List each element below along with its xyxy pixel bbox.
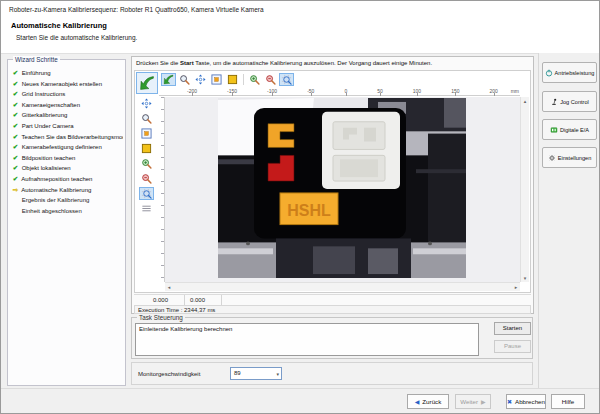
calibration-wizard-window: Roboter-zu-Kamera Kalibriersequenz: Robo… <box>0 0 600 414</box>
wizard-step-item[interactable]: ⇨ Automatische Kalibrierung <box>11 185 123 196</box>
task-group-title: Task Steuerung <box>137 314 185 321</box>
step-label: Automatische Kalibrierung <box>21 187 91 193</box>
roi-frame-tool-button[interactable] <box>139 127 154 140</box>
ruler-tick-label: -150 <box>227 87 237 95</box>
zoom-fit-tool-button[interactable] <box>279 73 294 86</box>
jog-control-button[interactable]: Jog Control <box>542 91 597 112</box>
digital-io-button[interactable]: Digitale E/A <box>542 119 597 140</box>
magnifier-tool-button[interactable] <box>177 73 192 86</box>
hshl-label: HSHL <box>287 202 331 219</box>
move-crosshair-icon <box>195 74 206 85</box>
move-crosshair-icon <box>141 98 152 109</box>
cancel-x-icon: ✖ <box>507 398 512 405</box>
instruction-suffix: Taste, um die automatische Kalibrierung … <box>194 60 432 66</box>
fill-square-icon <box>227 74 238 85</box>
wizard-step-item[interactable]: ✔ Bildposition teachen <box>11 153 123 164</box>
page-title: Automatische Kalibrierung <box>11 21 107 30</box>
select-tool-corner-button[interactable] <box>136 72 158 94</box>
ruler-tick-label: -200 <box>187 87 197 95</box>
start-button[interactable]: Starten <box>494 322 531 335</box>
ruler-tick-label: 50 <box>377 87 383 95</box>
wizard-step-item[interactable]: ✔ Kameraeigenschaften <box>11 100 123 111</box>
wizard-step-item[interactable]: ✔ Grid Instructions <box>11 89 123 100</box>
magnifier-tool-button[interactable] <box>139 112 154 125</box>
header: Roboter-zu-Kamera Kalibriersequenz: Robo… <box>1 1 599 54</box>
fill-square-tool-button[interactable] <box>225 73 240 86</box>
monitor-speed-dropdown[interactable]: 89 ▾ <box>230 367 282 380</box>
wizard-step-item[interactable]: ✔ Einführung <box>11 68 123 79</box>
scroll-right-icon[interactable]: ▸ <box>512 283 520 291</box>
power-icon <box>545 69 553 77</box>
scroll-left-icon[interactable]: ◂ <box>165 283 173 291</box>
wizard-step-item[interactable]: ✔ Neues Kameraobjekt erstellen <box>11 79 123 90</box>
ruler-tick-label: -50 <box>307 87 314 95</box>
jog-control-label: Jog Control <box>560 99 589 105</box>
zoom-in-icon <box>141 158 152 169</box>
zoom-out-tool-button[interactable] <box>263 73 278 86</box>
wizard-step-item[interactable]: ✔ Teachen Sie das Bildverarbeitungsmodel… <box>11 132 123 143</box>
step-status-icon: ✔ <box>11 110 20 121</box>
wizard-step-item[interactable]: Einheit abgeschlossen <box>11 206 123 217</box>
roi-frame-tool-button[interactable] <box>209 73 224 86</box>
scroll-up-icon[interactable]: ▴ <box>521 97 529 105</box>
zoom-fit-icon <box>141 188 152 199</box>
ruler-lines-tool-button[interactable] <box>139 202 154 215</box>
monitor-speed-value: 89 <box>234 370 241 376</box>
ruler-tick-label: 200 <box>490 87 498 95</box>
drive-power-button[interactable]: Antriebsleistung <box>542 62 597 83</box>
step-label: Kameraeigenschaften <box>22 102 80 108</box>
ruler-tick-label: 0 <box>344 87 347 95</box>
step-label: Kamerabefestigung definieren <box>22 144 102 150</box>
camera-viewer: -200-150-100-50050100150200mm <box>134 70 531 293</box>
ruler-top: -200-150-100-50050100150200mm <box>159 87 520 96</box>
roi-frame-icon <box>211 74 222 85</box>
step-status-icon: ✔ <box>11 163 20 174</box>
vertical-scrollbar[interactable]: ▴ ▾ <box>520 97 529 282</box>
magnifier-icon <box>141 113 152 124</box>
help-button[interactable]: Hilfe <box>551 394 585 409</box>
step-status-icon: ✔ <box>11 142 20 153</box>
viewer-toolbar-left <box>136 97 156 215</box>
right-sidebar: Antriebsleistung Jog Control Digitale E/… <box>538 53 600 389</box>
monitor-speed-label: Monitorgeschwindigkeit <box>138 371 200 377</box>
move-crosshair-tool-button[interactable] <box>139 97 154 110</box>
fill-square-tool-button[interactable] <box>139 142 154 155</box>
zoom-out-tool-button[interactable] <box>139 172 154 185</box>
select-arrow-tool-button[interactable] <box>161 73 176 86</box>
next-arrow-icon: ▶ <box>481 398 486 405</box>
zoom-in-tool-button[interactable] <box>247 73 262 86</box>
wizard-step-item[interactable]: ✔ Objekt lokalisieren <box>11 163 123 174</box>
zoom-fit-tool-button[interactable] <box>139 187 154 200</box>
step-label: Bildposition teachen <box>22 155 76 161</box>
select-arrow-icon <box>139 75 155 91</box>
wizard-footer: ◀ Zurück Weiter ▶ ✖ Abbrechen Hilfe <box>1 388 599 413</box>
task-control-group: Task Steuerung Einleitende Kalibrierung … <box>131 317 533 359</box>
ruler-unit-label: mm <box>511 88 519 94</box>
scroll-down-icon[interactable]: ▾ <box>521 274 529 282</box>
ruler-tick-label: -100 <box>267 87 277 95</box>
monitor-speed-panel: Monitorgeschwindigkeit 89 ▾ <box>131 362 533 385</box>
select-arrow-icon <box>163 74 174 85</box>
cancel-button[interactable]: ✖ Abbrechen <box>506 394 546 409</box>
step-label: Objekt lokalisieren <box>22 165 71 171</box>
fill-square-icon <box>141 143 152 154</box>
move-crosshair-tool-button[interactable] <box>193 73 208 86</box>
wizard-steps-panel: Wizard Schritte ✔ Einführung ✔ Neues Kam… <box>7 59 126 386</box>
settings-button[interactable]: Einstellungen <box>542 147 597 168</box>
instruction-bold: Start <box>180 60 194 66</box>
zoom-in-tool-button[interactable] <box>139 157 154 170</box>
step-label: Einheit abgeschlossen <box>22 208 82 214</box>
wizard-step-item[interactable]: Ergebnis der Kalibrierung <box>11 195 123 206</box>
step-status-icon: ⇨ <box>11 185 20 196</box>
help-label: Hilfe <box>562 398 574 405</box>
wizard-step-item[interactable]: ✔ Part Under Camera <box>11 121 123 132</box>
wizard-step-item[interactable]: ✔ Aufnahmeposition teachen <box>11 174 123 185</box>
back-label: Zurück <box>422 398 441 405</box>
horizontal-scrollbar[interactable]: ◂ ▸ <box>165 282 520 291</box>
back-button[interactable]: ◀ Zurück <box>407 394 449 409</box>
digital-io-label: Digitale E/A <box>560 127 589 133</box>
camera-canvas[interactable]: HSHL <box>165 97 520 282</box>
wizard-step-item[interactable]: ✔ Kamerabefestigung definieren <box>11 142 123 153</box>
instruction-prefix: Drücken Sie die <box>136 60 180 66</box>
wizard-step-item[interactable]: ✔ Gitterkalibrierung <box>11 110 123 121</box>
